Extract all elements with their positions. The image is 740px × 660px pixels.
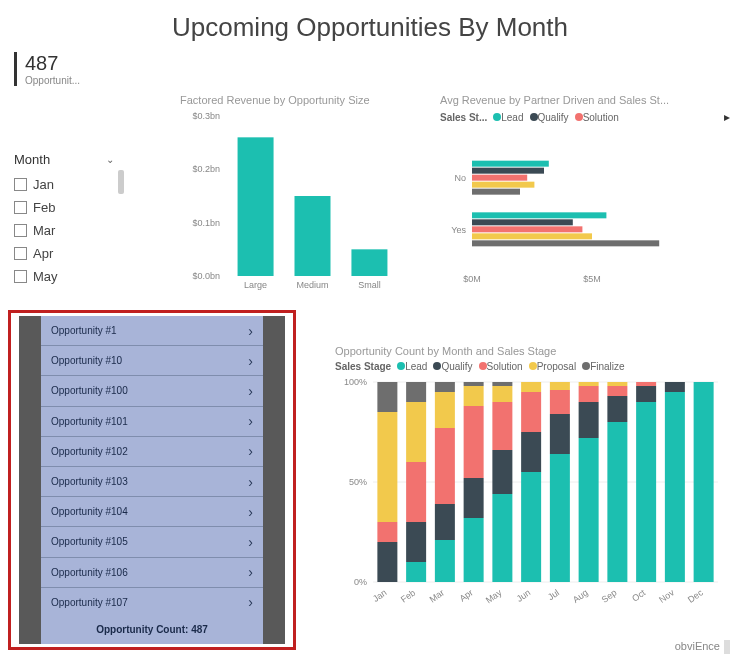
svg-rect-71	[550, 414, 570, 454]
svg-rect-75	[579, 402, 599, 438]
list-item[interactable]: Opportunity #102›	[41, 437, 263, 467]
svg-rect-85	[665, 392, 685, 582]
chevron-right-icon[interactable]: ›	[248, 474, 253, 490]
brand-label: obviEnce	[675, 640, 730, 654]
svg-rect-68	[521, 392, 541, 432]
slicer-item[interactable]: Jan	[14, 173, 114, 196]
chevron-right-icon[interactable]: ›	[248, 353, 253, 369]
chevron-right-icon[interactable]: ›	[248, 323, 253, 339]
svg-rect-79	[607, 396, 627, 422]
svg-text:Apr: Apr	[458, 587, 475, 603]
svg-rect-73	[550, 382, 570, 390]
slicer-item[interactable]: May	[14, 265, 114, 288]
chevron-right-icon[interactable]: ›	[248, 594, 253, 610]
slicer-scrollbar[interactable]	[118, 170, 124, 194]
chevron-right-icon[interactable]: ▸	[724, 110, 730, 124]
svg-text:Yes: Yes	[451, 225, 466, 235]
list-item[interactable]: Opportunity #100›	[41, 376, 263, 406]
svg-rect-17	[472, 226, 582, 232]
list-item[interactable]: Opportunity #101›	[41, 407, 263, 437]
svg-rect-82	[636, 402, 656, 582]
svg-rect-43	[377, 522, 397, 542]
svg-rect-55	[435, 382, 455, 392]
list-item[interactable]: Opportunity #10›	[41, 346, 263, 376]
list-item[interactable]: Opportunity #105›	[41, 527, 263, 557]
svg-text:No: No	[454, 173, 466, 183]
svg-rect-67	[521, 432, 541, 472]
svg-rect-46	[406, 562, 426, 582]
svg-rect-8	[295, 196, 331, 276]
svg-text:Large: Large	[244, 280, 267, 290]
list-item[interactable]: Opportunity #106›	[41, 558, 263, 588]
checkbox-icon[interactable]	[14, 201, 27, 214]
svg-text:Jan: Jan	[371, 587, 389, 604]
svg-rect-69	[521, 382, 541, 392]
chart-count-by-month-stage[interactable]: Opportunity Count by Month and Sales Sta…	[335, 345, 729, 635]
svg-text:May: May	[484, 587, 504, 605]
hbar-chart-svg: NoYes$0M$5M	[440, 124, 730, 284]
slicer-item[interactable]: Feb	[14, 196, 114, 219]
svg-rect-65	[492, 382, 512, 386]
chevron-right-icon[interactable]: ›	[248, 413, 253, 429]
chevron-right-icon[interactable]: ›	[248, 504, 253, 520]
checkbox-icon[interactable]	[14, 247, 27, 260]
svg-rect-15	[472, 212, 606, 218]
svg-text:Mar: Mar	[428, 587, 446, 604]
bar-chart-svg: $0.0bn$0.1bn$0.2bn$0.3bnLargeMediumSmall	[180, 110, 410, 295]
svg-rect-63	[492, 402, 512, 450]
checkbox-icon[interactable]	[14, 270, 27, 283]
chart-factored-revenue[interactable]: Factored Revenue by Opportunity Size $0.…	[180, 94, 410, 294]
slicer-item[interactable]: Apr	[14, 242, 114, 265]
svg-rect-80	[607, 386, 627, 396]
svg-text:Jul: Jul	[546, 587, 561, 602]
checkbox-icon[interactable]	[14, 224, 27, 237]
svg-rect-12	[472, 175, 527, 181]
list-item[interactable]: Opportunity #103›	[41, 467, 263, 497]
svg-rect-44	[377, 412, 397, 522]
kpi-card: 487 Opportunit...	[14, 52, 80, 86]
svg-rect-42	[377, 542, 397, 582]
svg-rect-11	[472, 168, 544, 174]
svg-rect-64	[492, 386, 512, 402]
svg-rect-53	[435, 428, 455, 504]
svg-rect-74	[579, 438, 599, 582]
svg-rect-81	[607, 382, 627, 386]
chevron-right-icon[interactable]: ›	[248, 383, 253, 399]
chart-legend: Sales Stage LeadQualifySolutionProposalF…	[335, 361, 729, 372]
svg-text:Oct: Oct	[630, 587, 648, 604]
list-item[interactable]: Opportunity #107›	[41, 588, 263, 614]
chart-avg-revenue[interactable]: Avg Revenue by Partner Driven and Sales …	[440, 94, 730, 294]
month-slicer[interactable]: Month ⌄ JanFebMarAprMay	[14, 152, 114, 288]
list-item[interactable]: Opportunity #1›	[41, 316, 263, 346]
svg-text:Nov: Nov	[657, 587, 676, 605]
list-item[interactable]: Opportunity #104›	[41, 497, 263, 527]
svg-text:Medium: Medium	[296, 280, 328, 290]
chevron-down-icon[interactable]: ⌄	[106, 154, 114, 165]
svg-rect-45	[377, 382, 397, 412]
chevron-right-icon[interactable]: ›	[248, 564, 253, 580]
svg-text:$0M: $0M	[463, 274, 481, 284]
svg-rect-10	[472, 161, 549, 167]
svg-rect-58	[464, 406, 484, 478]
svg-text:50%: 50%	[349, 477, 367, 487]
chevron-right-icon[interactable]: ›	[248, 443, 253, 459]
chart-title: Factored Revenue by Opportunity Size	[180, 94, 410, 106]
opportunity-list-visual[interactable]: Opportunity #1›Opportunity #10›Opportuni…	[8, 310, 296, 650]
kpi-value: 487	[25, 52, 80, 75]
svg-text:$5M: $5M	[583, 274, 601, 284]
svg-text:100%: 100%	[344, 377, 367, 387]
svg-rect-52	[435, 504, 455, 540]
svg-text:$0.2bn: $0.2bn	[192, 164, 220, 174]
checkbox-icon[interactable]	[14, 178, 27, 191]
svg-text:$0.1bn: $0.1bn	[192, 218, 220, 228]
chevron-right-icon[interactable]: ›	[248, 534, 253, 550]
chart-legend: Sales St... LeadQualifySolution ▸	[440, 110, 730, 124]
svg-rect-56	[464, 518, 484, 582]
slicer-item[interactable]: Mar	[14, 219, 114, 242]
stacked-bar-svg: 0%50%100%JanFebMarAprMayJunJulAugSepOctN…	[335, 372, 729, 622]
svg-rect-54	[435, 392, 455, 428]
svg-text:Small: Small	[358, 280, 381, 290]
svg-rect-9	[351, 249, 387, 276]
svg-rect-66	[521, 472, 541, 582]
svg-rect-50	[406, 382, 426, 402]
